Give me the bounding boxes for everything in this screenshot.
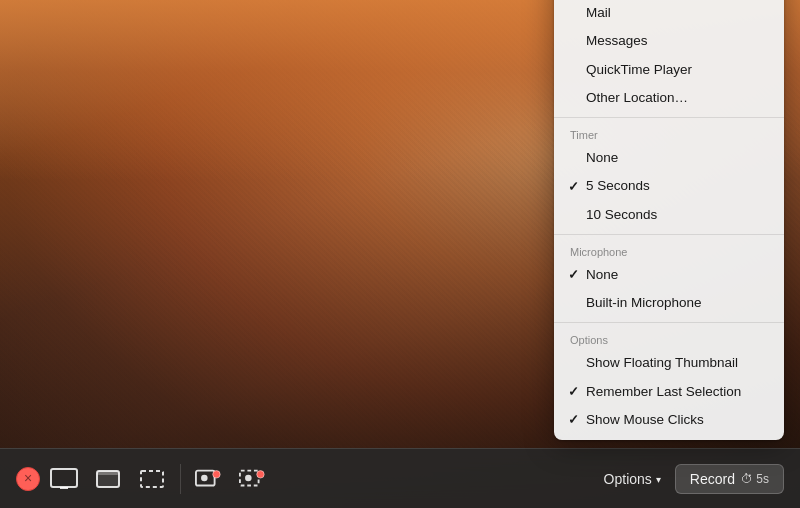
menu-item-floating-thumbnail[interactable]: Show Floating Thumbnail bbox=[554, 349, 784, 377]
capture-full-screen-button[interactable] bbox=[44, 459, 84, 499]
capture-window-button[interactable] bbox=[88, 459, 128, 499]
record-timer: ⏱ 5s bbox=[741, 472, 769, 486]
svg-rect-3 bbox=[97, 471, 119, 475]
menu-item-mic-none[interactable]: None bbox=[554, 261, 784, 289]
divider-2 bbox=[554, 234, 784, 235]
menu-item-mail[interactable]: Mail bbox=[554, 0, 784, 27]
record-selection-button[interactable] bbox=[233, 459, 273, 499]
menu-item-show-mouse-clicks[interactable]: Show Mouse Clicks bbox=[554, 406, 784, 434]
svg-point-10 bbox=[257, 470, 264, 477]
record-label: Record bbox=[690, 471, 735, 487]
record-button[interactable]: Record ⏱ 5s bbox=[675, 464, 784, 494]
options-button[interactable]: Options ▾ bbox=[594, 465, 671, 493]
menu-item-remember-selection[interactable]: Remember Last Selection bbox=[554, 378, 784, 406]
divider-1 bbox=[554, 117, 784, 118]
menu-item-mic-builtin[interactable]: Built-in Microphone bbox=[554, 289, 784, 317]
menu-item-timer-10s[interactable]: 10 Seconds bbox=[554, 201, 784, 229]
options-label: Options bbox=[604, 471, 652, 487]
menu-item-messages[interactable]: Messages bbox=[554, 27, 784, 55]
toolbar-separator-1 bbox=[180, 464, 181, 494]
menu-item-other-location[interactable]: Other Location… bbox=[554, 84, 784, 112]
record-screen-button[interactable] bbox=[189, 459, 229, 499]
screenshot-toolbar: Options ▾ Record ⏱ 5s bbox=[0, 448, 800, 508]
microphone-section-label: Microphone bbox=[554, 240, 784, 261]
menu-item-timer-5s[interactable]: 5 Seconds bbox=[554, 172, 784, 200]
menu-item-quicktime[interactable]: QuickTime Player bbox=[554, 56, 784, 84]
svg-point-7 bbox=[213, 470, 220, 477]
capture-selection-button[interactable] bbox=[132, 459, 172, 499]
svg-rect-1 bbox=[60, 487, 68, 489]
svg-rect-4 bbox=[141, 471, 163, 487]
svg-rect-0 bbox=[51, 469, 77, 487]
timer-section-label: Timer bbox=[554, 123, 784, 144]
options-section-label: Options bbox=[554, 328, 784, 349]
close-button[interactable] bbox=[16, 467, 40, 491]
svg-point-6 bbox=[201, 474, 208, 481]
chevron-down-icon: ▾ bbox=[656, 474, 661, 485]
menu-item-timer-none[interactable]: None bbox=[554, 144, 784, 172]
divider-3 bbox=[554, 322, 784, 323]
svg-point-9 bbox=[245, 474, 252, 481]
options-dropdown-menu: Save to Desktop Documents Mail Messages … bbox=[554, 0, 784, 440]
